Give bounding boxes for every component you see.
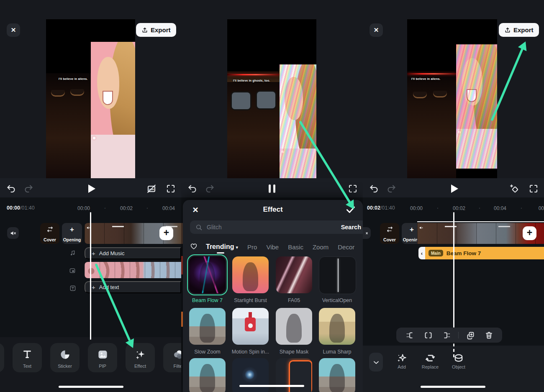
clip-audio-icon xyxy=(419,225,423,230)
play-button[interactable] xyxy=(448,183,459,195)
chevron-left-icon: ‹ xyxy=(421,250,423,256)
confirm-button[interactable] xyxy=(344,204,357,216)
pip-icon xyxy=(88,348,117,361)
keyframe-button[interactable] xyxy=(508,183,520,195)
effect-clip-bar[interactable]: Main Beam Flow 7 xyxy=(425,247,544,259)
fullscreen-button[interactable] xyxy=(347,183,359,195)
hdr-toggle-button[interactable]: HDR xyxy=(146,183,157,195)
toolbar-button-effect[interactable]: Effect xyxy=(126,343,155,372)
glitch-effect-overlay xyxy=(280,64,316,178)
search-input[interactable] xyxy=(206,223,338,231)
export-button[interactable]: Export xyxy=(136,23,176,37)
cover-button[interactable]: Cover xyxy=(380,223,399,244)
video-preview: I'll believe in ghosts, too. xyxy=(227,19,316,178)
ruler-tick: 00:02 xyxy=(453,205,465,211)
effect-category-tabs: Trending▾ Pro Vibe Basic Zoom Decor Fla xyxy=(190,242,363,252)
search-icon xyxy=(195,224,203,231)
toolbar-button-sticker[interactable]: Sticker xyxy=(50,343,80,372)
subtitle-text: I'll believe in ghosts, too. xyxy=(233,79,270,82)
tab-decor[interactable]: Decor xyxy=(338,243,354,251)
add-effect-button[interactable]: Add xyxy=(388,353,415,370)
home-indicator xyxy=(59,386,123,388)
pause-icon xyxy=(269,184,275,193)
home-indicator xyxy=(239,385,304,387)
export-button[interactable]: Export xyxy=(499,23,539,37)
close-icon: ✕ xyxy=(11,26,16,34)
opening-button[interactable]: + Opening xyxy=(62,223,82,244)
fullscreen-button[interactable] xyxy=(165,183,177,195)
trim-left-icon xyxy=(405,331,414,340)
effect-panel: ✕ Effect Search Trending▾ Pro Vibe Basic… xyxy=(183,200,363,392)
redo-button[interactable] xyxy=(385,183,397,195)
toolbar-button-filter[interactable]: Filte xyxy=(163,343,181,372)
toolbar-button-pip[interactable]: PIP xyxy=(88,343,117,372)
tab-basic[interactable]: Basic xyxy=(288,243,303,251)
favorites-tab[interactable] xyxy=(190,243,198,251)
redo-button[interactable] xyxy=(204,183,216,195)
trim-left-button[interactable] xyxy=(400,328,419,343)
cover-button[interactable]: Cover xyxy=(40,223,59,244)
mute-track-button[interactable] xyxy=(363,227,371,239)
ruler-dot: · xyxy=(521,205,522,211)
undo-button[interactable] xyxy=(187,183,198,195)
video-editor-tutorial-screenshot: ✕ Export I'll believe in aliens. HDR xyxy=(0,0,544,392)
delete-button[interactable] xyxy=(480,328,498,343)
play-icon xyxy=(451,184,458,193)
underlying-clip-sliver xyxy=(181,312,183,327)
effect-clip-name: Beam Flow 7 xyxy=(446,250,481,256)
add-music-row[interactable]: + Add Music xyxy=(85,247,181,259)
clip-edit-toolbar xyxy=(396,328,502,343)
effect-magic-icon xyxy=(126,348,155,361)
glitch-effect-overlay xyxy=(456,44,497,169)
pause-button[interactable] xyxy=(266,183,278,195)
music-track-icon xyxy=(69,250,76,258)
add-text-label: Add text xyxy=(99,284,119,290)
add-text-row[interactable]: + Add text xyxy=(85,281,181,293)
replace-effect-button[interactable]: Replace xyxy=(417,353,444,370)
upload-icon xyxy=(504,27,511,33)
tab-zoom[interactable]: Zoom xyxy=(313,243,328,251)
ruler-dot: · xyxy=(104,205,106,211)
tab-trending[interactable]: Trending▾ xyxy=(206,243,238,251)
panel-title: Effect xyxy=(183,205,363,214)
filter-icon xyxy=(163,348,181,361)
video-preview: I'll believe in aliens. xyxy=(46,19,135,178)
tab-vibe[interactable]: Vibe xyxy=(266,243,279,251)
add-clip-button[interactable]: + xyxy=(159,226,173,240)
ruler-dot: · xyxy=(437,205,439,211)
speaker-mute-icon xyxy=(363,230,369,237)
fullscreen-button[interactable] xyxy=(528,183,539,195)
close-button[interactable]: ✕ xyxy=(370,23,383,37)
effect-clip-left-handle[interactable]: ‹ xyxy=(418,247,425,259)
sticker-icon xyxy=(50,348,80,361)
collapse-toolbar-button[interactable] xyxy=(369,353,383,372)
subtitle-text: I'll believe in aliens. xyxy=(411,77,441,80)
plus-icon: + xyxy=(527,228,532,238)
redo-button[interactable] xyxy=(23,183,34,195)
undo-button[interactable] xyxy=(5,183,17,195)
undo-button[interactable] xyxy=(368,183,380,195)
toolbar-button-partial[interactable] xyxy=(0,343,4,372)
pip-video-track[interactable] xyxy=(85,262,181,278)
caret-down-icon: ▾ xyxy=(236,245,239,250)
trim-right-button[interactable] xyxy=(437,328,456,343)
subtitle-text: I'll believe in aliens. xyxy=(59,77,88,80)
toolbar-button-text[interactable]: Text xyxy=(13,343,42,372)
search-bar: Search xyxy=(190,220,363,234)
redo-icon xyxy=(23,184,33,194)
effect-label: Slow Zoom xyxy=(184,349,231,355)
object-button[interactable]: Object xyxy=(445,353,472,370)
search-button[interactable]: Search xyxy=(341,224,361,231)
split-button[interactable] xyxy=(419,328,437,343)
fullscreen-icon xyxy=(348,184,358,194)
duplicate-button[interactable] xyxy=(461,328,480,343)
undo-icon xyxy=(187,184,198,194)
text-track-icon xyxy=(69,285,76,293)
mute-track-button[interactable] xyxy=(7,227,19,239)
tab-pro[interactable]: Pro xyxy=(247,243,257,251)
add-clip-button[interactable]: + xyxy=(523,226,536,240)
close-button[interactable]: ✕ xyxy=(7,23,20,37)
effect-thumbnail xyxy=(276,308,312,345)
play-button[interactable] xyxy=(85,183,97,195)
effect-thumbnail xyxy=(189,358,226,392)
